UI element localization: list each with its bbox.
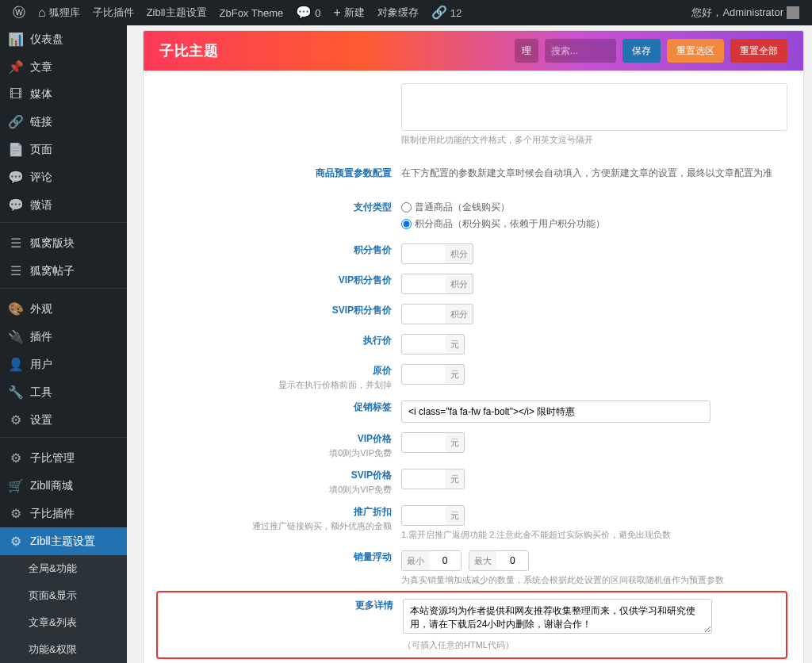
- menu-item-评论[interactable]: 💬评论: [0, 163, 127, 191]
- sales-min-input[interactable]: [429, 551, 461, 570]
- menu-item-工具[interactable]: 🔧工具: [0, 378, 127, 406]
- menu-item-用户[interactable]: 👤用户: [0, 351, 127, 378]
- admin-bar-left: ⓦ⌂狐狸库子比插件Zibll主题设置ZbFox Theme💬0+新建对象缓存🔗1…: [6, 0, 468, 25]
- vip-points-label: VIP积分售价: [339, 274, 392, 286]
- menu-item-微语[interactable]: 💬微语: [0, 191, 127, 219]
- menu-item-子比管理[interactable]: ⚙子比管理: [0, 444, 127, 472]
- menu-item-设置[interactable]: ⚙设置: [0, 406, 127, 434]
- submenu-item-文章&列表[interactable]: 文章&列表: [0, 609, 127, 636]
- menu-icon: ☰: [8, 263, 24, 278]
- menu-item-子比插件[interactable]: ⚙子比插件: [0, 500, 127, 527]
- highlighted-detail-row: 更多详情 （可插入任意的HTML代码）: [156, 591, 787, 659]
- svip-points-input[interactable]: [401, 304, 449, 324]
- promo-discount-label: 推广折扣: [354, 506, 392, 517]
- promo-tag-label: 促销标签: [354, 401, 392, 412]
- admin-bar-item-4[interactable]: ZbFox Theme: [213, 0, 290, 25]
- reset-section-button[interactable]: 重置选区: [667, 39, 724, 63]
- wp-admin-bar: ⓦ⌂狐狸库子比插件Zibll主题设置ZbFox Theme💬0+新建对象缓存🔗1…: [0, 0, 812, 25]
- panel-header: 子比主题 理 保存 重置选区 重置全部: [144, 31, 803, 71]
- admin-bar-icon: +: [333, 6, 340, 19]
- wp-logo[interactable]: ⓦ: [6, 0, 32, 25]
- menu-label: Zibll主题设置: [30, 535, 95, 549]
- menu-label: 微语: [30, 198, 52, 213]
- search-input[interactable]: [545, 39, 616, 63]
- menu-item-媒体[interactable]: 🎞媒体: [0, 81, 127, 108]
- menu-label: 用户: [30, 358, 52, 372]
- section-label: 商品预置参数配置: [316, 167, 392, 178]
- menu-icon: 📊: [8, 32, 24, 47]
- admin-bar-item-8[interactable]: 🔗12: [425, 0, 468, 25]
- admin-bar-right: 您好，Administrator: [685, 0, 806, 25]
- submenu-item-全局&功能[interactable]: 全局&功能: [0, 555, 127, 582]
- menu-separator: [0, 288, 127, 292]
- orig-price-input[interactable]: [401, 364, 449, 385]
- more-detail-textarea[interactable]: [403, 599, 712, 634]
- menu-item-外观[interactable]: 🎨外观: [0, 295, 127, 323]
- admin-bar-item-6[interactable]: +新建: [327, 0, 370, 25]
- menu-item-插件[interactable]: 🔌插件: [0, 323, 127, 351]
- admin-bar-item-5[interactable]: 💬0: [289, 0, 327, 25]
- vip-price-input[interactable]: [401, 432, 449, 453]
- menu-icon: ☰: [8, 236, 24, 251]
- menu-label: 文章: [30, 60, 52, 75]
- save-button[interactable]: 保存: [622, 39, 661, 63]
- expand-button[interactable]: 理: [515, 39, 538, 63]
- sales-max-input[interactable]: [496, 551, 528, 570]
- vip-price-label: VIP价格: [358, 433, 392, 444]
- menu-item-文章[interactable]: 📌文章: [0, 53, 127, 81]
- menu-icon: 📌: [8, 59, 24, 75]
- wp-logo-icon: ⓦ: [13, 6, 25, 19]
- menu-label: 工具: [30, 385, 52, 400]
- menu-item-狐窝版块[interactable]: ☰狐窝版块: [0, 229, 127, 257]
- svip-price-input[interactable]: [401, 469, 449, 489]
- exec-price-input[interactable]: [401, 334, 449, 354]
- menu-item-链接[interactable]: 🔗链接: [0, 108, 127, 136]
- submenu-item-页面&显示[interactable]: 页面&显示: [0, 582, 127, 609]
- section-desc: 在下方配置的参数新建文章时候会自动填入，方便新建文章的设置，最终以文章配置为准: [401, 167, 787, 180]
- radio-normal[interactable]: [401, 202, 412, 213]
- sales-min-group: 最小: [401, 550, 462, 571]
- submenu-item-功能&权限[interactable]: 功能&权限: [0, 636, 127, 663]
- admin-bar-icon: ⌂: [38, 6, 46, 19]
- menu-item-狐窝帖子[interactable]: ☰狐窝帖子: [0, 257, 127, 285]
- menu-separator: [0, 437, 127, 441]
- menu-icon: ⚙: [8, 506, 24, 521]
- promo-discount-input[interactable]: [401, 505, 449, 526]
- pay-type-points[interactable]: 积分商品（积分购买，依赖于用户积分功能）: [401, 217, 787, 231]
- menu-icon: ⚙: [8, 450, 24, 466]
- menu-icon: 💬: [8, 197, 24, 213]
- admin-bar-item-7[interactable]: 对象缓存: [371, 0, 425, 25]
- menu-icon: 🔗: [8, 114, 24, 129]
- radio-points[interactable]: [401, 219, 412, 229]
- menu-icon: 🛒: [8, 478, 24, 493]
- menu-item-Zibll商城[interactable]: 🛒Zibll商城: [0, 472, 127, 500]
- points-price-input[interactable]: [401, 243, 449, 264]
- orig-price-label: 原价: [373, 365, 392, 376]
- svip-price-label: SVIP价格: [351, 469, 392, 481]
- wp-admin-menu: 📊仪表盘📌文章🎞媒体🔗链接📄页面💬评论💬微语☰狐窝版块☰狐窝帖子🎨外观🔌插件👤用…: [0, 25, 127, 663]
- menu-item-Zibll主题设置[interactable]: ⚙Zibll主题设置: [0, 527, 127, 555]
- submenu: 全局&功能页面&显示文章&列表功能&权限用户&互动商城&付费社区&论坛扩展&增强…: [0, 555, 127, 663]
- menu-item-页面[interactable]: 📄页面: [0, 136, 127, 163]
- admin-bar-item-1[interactable]: ⌂狐狸库: [32, 0, 86, 25]
- admin-bar-account[interactable]: 您好，Administrator: [685, 0, 806, 25]
- menu-label: Zibll商城: [30, 479, 73, 493]
- pay-type-label: 支付类型: [354, 201, 392, 213]
- top-note: 限制使用此功能的文件格式，多个用英文逗号隔开: [401, 134, 787, 146]
- reset-all-button[interactable]: 重置全部: [730, 39, 787, 63]
- sales-max-group: 最大: [469, 550, 529, 571]
- menu-icon: 🔧: [8, 385, 24, 400]
- vip-points-input[interactable]: [401, 274, 449, 294]
- pay-type-normal[interactable]: 普通商品（金钱购买）: [401, 201, 787, 214]
- svip-points-label: SVIP积分售价: [332, 305, 392, 316]
- menu-icon: 👤: [8, 357, 24, 372]
- menu-label: 设置: [30, 413, 52, 427]
- menu-label: 子比管理: [30, 451, 75, 466]
- admin-bar-item-3[interactable]: Zibll主题设置: [140, 0, 213, 25]
- promo-tag-input[interactable]: [401, 400, 710, 423]
- theme-options-panel: 子比主题 理 保存 重置选区 重置全部 限制使用此功能的文件格式，多个用英文逗号…: [143, 30, 804, 663]
- admin-bar-greeting: 您好，Administrator: [691, 6, 783, 20]
- admin-bar-item-2[interactable]: 子比插件: [86, 0, 140, 25]
- menu-label: 狐窝帖子: [30, 264, 75, 278]
- menu-item-仪表盘[interactable]: 📊仪表盘: [0, 25, 127, 53]
